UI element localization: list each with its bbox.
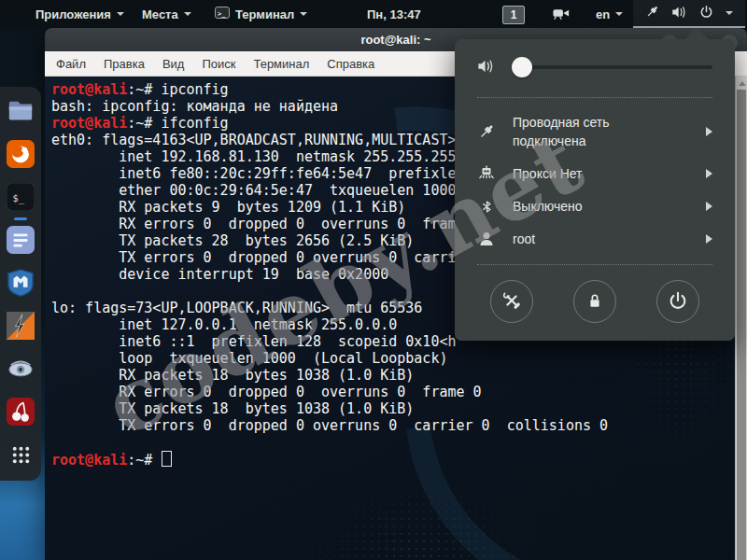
volume-icon [477, 59, 495, 77]
settings-icon [501, 290, 522, 314]
scroll-up-icon[interactable] [739, 81, 746, 86]
power-icon [668, 290, 688, 314]
dock-item-eye-tool[interactable] [6, 354, 35, 384]
dock-item-firefox[interactable] [6, 139, 35, 169]
terminal-icon: $_ [7, 183, 35, 211]
system-menu-popup: Проводная сеть подключенаПрокси НетВыклю… [455, 39, 735, 341]
places-menu[interactable]: Места [142, 0, 191, 28]
places-label: Места [142, 7, 178, 21]
volume-row [455, 51, 735, 83]
keyboard-layout-menu[interactable]: en [596, 0, 623, 28]
volume-slider[interactable] [512, 65, 712, 69]
terminal-line: RX errors 0 dropped 0 overruns 0 frame 0 [51, 384, 735, 400]
system-menu-button[interactable] [633, 0, 745, 28]
menu-item-terminal[interactable]: Терминал [253, 57, 309, 71]
volume-slider-knob[interactable] [512, 57, 532, 77]
power-button[interactable] [656, 280, 699, 323]
clock[interactable]: Пн, 13:47 [367, 0, 421, 28]
app-grid-icon [8, 442, 34, 468]
terminal-line: TX errors 0 dropped 0 overruns 0 carrier… [51, 417, 735, 434]
popup-item-user[interactable]: root [455, 224, 735, 254]
chevron-down-icon [300, 12, 307, 16]
power-icon [699, 5, 713, 21]
running-indicator [14, 217, 27, 220]
scrollbar[interactable] [735, 77, 747, 560]
popup-item-wired[interactable]: Проводная сеть подключена [455, 110, 735, 153]
bluetooth-icon [477, 200, 496, 214]
wallpaper-dots [278, 478, 558, 560]
dock-item-burpsuite[interactable] [6, 311, 35, 341]
proxy-icon [477, 165, 496, 182]
focused-app-menu[interactable]: >_ Терминал [215, 0, 307, 28]
popup-actions [455, 280, 735, 323]
terminal-mini-icon: >_ [215, 7, 230, 21]
workspace-indicator[interactable]: 1 [502, 6, 525, 24]
svg-text:>_: >_ [218, 10, 226, 18]
popup-item-proxy[interactable]: Прокси Нет [455, 159, 735, 189]
submenu-arrow-icon [706, 202, 712, 211]
scrollbar-thumb[interactable] [737, 90, 746, 560]
workspace-number: 1 [511, 8, 517, 21]
svg-text:$_: $_ [13, 192, 25, 204]
metasploit-shield-icon [7, 269, 35, 297]
chevron-down-icon [184, 12, 191, 16]
lock-button[interactable] [573, 280, 616, 323]
terminal-cursor [162, 451, 172, 467]
divider [477, 264, 712, 265]
favorites-dock: $_ [0, 87, 41, 481]
dock-item-metasploit[interactable] [6, 268, 35, 298]
popup-item-label: Прокси Нет [513, 164, 673, 183]
popup-item-label: Проводная сеть подключена [513, 113, 673, 151]
menu-item-search[interactable]: Поиск [202, 57, 235, 71]
menu-item-edit[interactable]: Правка [104, 57, 145, 71]
submenu-arrow-icon [706, 169, 712, 178]
dock-item-text-editor[interactable] [6, 225, 35, 255]
clock-label: Пн, 13:47 [367, 7, 421, 21]
divider [477, 97, 712, 98]
menu-item-view[interactable]: Вид [162, 57, 185, 71]
popup-arrow [684, 28, 709, 39]
volume-icon [671, 6, 687, 21]
window-title: root@kali: ~ [360, 33, 430, 47]
firefox-icon [7, 140, 35, 168]
chevron-down-icon [726, 11, 733, 15]
camera-icon [553, 0, 571, 28]
settings-button[interactable] [490, 280, 533, 323]
applications-menu[interactable]: Приложения [35, 0, 124, 28]
dock-item-show-apps[interactable] [6, 440, 35, 469]
cherrytree-icon [7, 398, 35, 426]
menu-item-help[interactable]: Справка [327, 57, 374, 71]
terminal-line: root@kali:~# [51, 451, 735, 468]
popup-item-label: Выключено [513, 197, 673, 216]
wired-network-icon [477, 123, 496, 140]
user-icon [477, 231, 496, 247]
terminal-line: loop txqueuelen 1000 (Local Loopback) [51, 350, 735, 367]
folder-icon [7, 97, 35, 125]
scroll-down-icon[interactable] [739, 551, 746, 555]
terminal-line [51, 434, 735, 451]
applications-label: Приложения [35, 7, 111, 21]
focused-app-label: Терминал [235, 7, 294, 21]
submenu-arrow-icon [706, 234, 712, 244]
chevron-down-icon [117, 12, 124, 16]
dock-item-terminal[interactable]: $_ [6, 182, 35, 212]
popup-item-bluetooth[interactable]: Выключено [455, 191, 735, 221]
keyboard-layout-label: en [596, 7, 610, 21]
terminal-line: RX packets 18 bytes 1038 (1.0 KiB) [51, 367, 735, 384]
wired-network-icon [645, 5, 659, 21]
terminal-line: TX packets 18 bytes 1038 (1.0 KiB) [51, 400, 735, 417]
dock-item-cherrytree[interactable] [6, 397, 35, 427]
desktop: Приложения Места >_ Терминал Пн, 13:47 1… [0, 0, 747, 560]
chevron-down-icon [615, 12, 623, 16]
top-bar: Приложения Места >_ Терминал Пн, 13:47 1… [0, 0, 747, 28]
text-editor-icon [7, 226, 35, 254]
dock-item-files[interactable] [6, 96, 35, 126]
popup-item-label: root [513, 230, 673, 248]
submenu-arrow-icon [706, 127, 712, 136]
eye-icon [7, 355, 35, 383]
lightning-icon [7, 312, 35, 340]
menu-item-file[interactable]: Файл [56, 57, 86, 71]
lock-icon [585, 290, 604, 314]
